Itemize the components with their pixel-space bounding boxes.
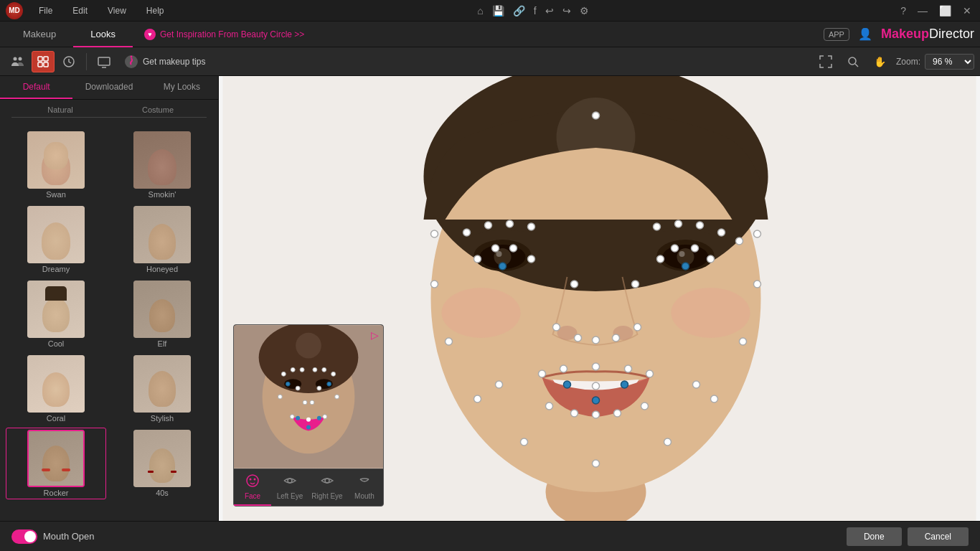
panel-tabs: Default Downloaded My Looks bbox=[0, 76, 218, 100]
svg-point-104 bbox=[303, 400, 307, 405]
look-coral[interactable]: Coral bbox=[6, 353, 106, 425]
svg-point-95 bbox=[291, 367, 295, 372]
home-icon[interactable]: ⌂ bbox=[477, 5, 483, 17]
svg-point-59 bbox=[707, 255, 715, 263]
face-tab-face[interactable]: Face bbox=[234, 469, 271, 506]
tab-my-looks[interactable]: My Looks bbox=[146, 76, 218, 99]
svg-point-65 bbox=[593, 336, 600, 344]
svg-point-43 bbox=[485, 222, 492, 229]
svg-point-38 bbox=[740, 338, 747, 345]
svg-point-32 bbox=[431, 281, 438, 288]
cancel-button[interactable]: Cancel bbox=[908, 527, 969, 546]
menu-help[interactable]: Help bbox=[142, 6, 169, 16]
titlebar-left: MD File Edit View Help bbox=[6, 2, 169, 19]
svg-point-103 bbox=[327, 382, 331, 386]
tab-default[interactable]: Default bbox=[0, 76, 72, 99]
undo-icon[interactable]: ↩ bbox=[545, 5, 554, 17]
redo-icon[interactable]: ↪ bbox=[562, 5, 571, 17]
face-tab-mouth-label: Mouth bbox=[354, 492, 374, 500]
tab-downloaded[interactable]: Downloaded bbox=[72, 76, 145, 99]
svg-point-114 bbox=[325, 479, 329, 483]
svg-point-62 bbox=[632, 281, 639, 288]
app-name: MakeupDirector bbox=[881, 27, 974, 42]
beauty-circle-label: Get Inspiration From Beauty Circle >> bbox=[160, 29, 304, 39]
svg-rect-7 bbox=[98, 57, 110, 65]
look-40s[interactable]: 40s bbox=[112, 428, 212, 499]
swan-thumb bbox=[27, 131, 85, 189]
history-tool[interactable] bbox=[57, 51, 80, 72]
svg-point-93 bbox=[306, 425, 311, 430]
restore-button[interactable]: ⬜ bbox=[936, 5, 954, 17]
looks-row-3: Cool Elf bbox=[6, 278, 212, 350]
face-tab-left-eye-label: Left Eye bbox=[277, 492, 303, 500]
svg-point-36 bbox=[754, 230, 761, 237]
menu-file[interactable]: File bbox=[34, 6, 57, 16]
svg-point-96 bbox=[300, 367, 304, 372]
dreamy-label: Dreamy bbox=[42, 265, 70, 273]
svg-point-46 bbox=[654, 223, 661, 230]
svg-point-1 bbox=[19, 57, 22, 60]
svg-point-111 bbox=[250, 479, 252, 481]
face-tab-left-eye[interactable]: Left Eye bbox=[271, 469, 308, 506]
toolbar: Get makeup tips ✋ Zoom: 96 % 50 % 75 % 1… bbox=[0, 47, 980, 76]
tab-makeup[interactable]: Makeup bbox=[6, 22, 73, 47]
looks-row-1: Swan Smokin' bbox=[6, 129, 212, 201]
menu-edit[interactable]: Edit bbox=[68, 6, 92, 16]
link-icon[interactable]: 🔗 bbox=[513, 5, 525, 17]
svg-point-63 bbox=[553, 324, 560, 331]
menu-view[interactable]: View bbox=[103, 6, 131, 16]
look-honeyed[interactable]: Honeyed bbox=[112, 204, 212, 276]
settings-icon[interactable]: ⚙ bbox=[580, 5, 589, 17]
people-tool[interactable] bbox=[6, 51, 29, 72]
hand-tool[interactable]: ✋ bbox=[869, 51, 892, 72]
zoom-select[interactable]: 96 % 50 % 75 % 100 % 125 % 150 % bbox=[925, 54, 974, 70]
look-smokin[interactable]: Smokin' bbox=[112, 129, 212, 201]
swan-label: Swan bbox=[46, 190, 66, 199]
svg-point-49 bbox=[718, 229, 725, 236]
minimize-button[interactable]: — bbox=[915, 5, 930, 17]
viewport: ▷ bbox=[219, 76, 980, 521]
svg-point-39 bbox=[711, 395, 718, 402]
screen-tool[interactable] bbox=[93, 51, 116, 72]
facebook-icon[interactable]: f bbox=[534, 5, 537, 17]
makeup-tips-button[interactable]: Get makeup tips bbox=[124, 55, 205, 69]
tips-icon bbox=[124, 55, 138, 69]
look-dreamy[interactable]: Dreamy bbox=[6, 204, 106, 276]
look-elf[interactable]: Elf bbox=[112, 278, 212, 350]
svg-point-11 bbox=[849, 57, 856, 65]
coral-thumb bbox=[27, 355, 85, 413]
mouth-open-label: Mouth Open bbox=[43, 531, 95, 542]
makeup-tips-label: Get makeup tips bbox=[143, 57, 205, 67]
mouth-open-toggle[interactable] bbox=[11, 529, 37, 544]
save-icon[interactable]: 💾 bbox=[492, 5, 504, 17]
app-badge[interactable]: APP bbox=[824, 28, 849, 41]
help-button[interactable]: ? bbox=[897, 5, 909, 17]
category-costume: Costume bbox=[109, 105, 207, 118]
look-swan[interactable]: Swan bbox=[6, 129, 106, 201]
look-stylish[interactable]: Stylish bbox=[112, 353, 212, 425]
svg-point-69 bbox=[560, 365, 567, 372]
svg-point-42 bbox=[463, 229, 471, 236]
look-cool[interactable]: Cool bbox=[6, 278, 106, 350]
svg-line-12 bbox=[855, 64, 858, 67]
svg-point-107 bbox=[335, 395, 339, 399]
look-rocker[interactable]: Rocker bbox=[6, 428, 106, 499]
search-tool[interactable] bbox=[842, 51, 864, 72]
tab-looks[interactable]: Looks bbox=[73, 22, 133, 47]
done-button[interactable]: Done bbox=[847, 527, 902, 546]
user-icon[interactable]: 👤 bbox=[858, 27, 872, 41]
face-tab-right-eye-icon bbox=[320, 474, 334, 491]
40s-label: 40s bbox=[156, 489, 169, 497]
svg-point-52 bbox=[492, 245, 499, 252]
face-tab-mouth[interactable]: Mouth bbox=[346, 469, 383, 506]
face-tab-right-eye[interactable]: Right Eye bbox=[308, 469, 346, 506]
beauty-circle-link[interactable]: ♥ Get Inspiration From Beauty Circle >> bbox=[144, 29, 304, 40]
close-button[interactable]: ✕ bbox=[960, 5, 974, 17]
svg-point-67 bbox=[634, 324, 641, 331]
face-tool[interactable] bbox=[32, 51, 55, 72]
svg-point-73 bbox=[564, 381, 571, 388]
svg-point-40 bbox=[664, 438, 672, 446]
honeyed-label: Honeyed bbox=[146, 265, 178, 273]
fullscreen-tool[interactable] bbox=[814, 51, 837, 72]
beauty-circle-icon: ♥ bbox=[144, 29, 156, 40]
